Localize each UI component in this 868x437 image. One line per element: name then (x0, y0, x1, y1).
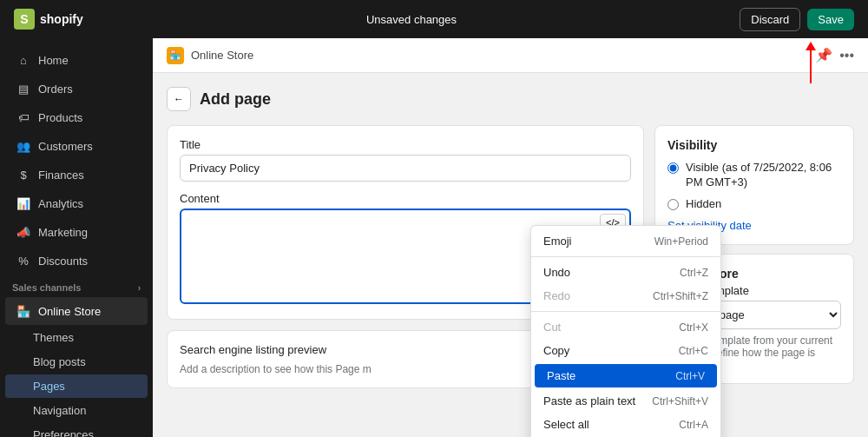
sales-channels-chevron[interactable]: › (138, 283, 141, 293)
sidebar-sub-item-pages[interactable]: Pages (5, 374, 148, 398)
home-icon: ⌂ (16, 52, 31, 68)
sidebar-item-online-store[interactable]: 🏪 Online Store (5, 297, 148, 325)
context-menu: Emoji Win+Period Undo Ctrl+Z Redo Ctrl+S… (530, 225, 721, 437)
ctx-emoji[interactable]: Emoji Win+Period (531, 229, 720, 253)
breadcrumb-icon: 🏪 (167, 47, 184, 64)
visible-radio[interactable] (667, 162, 679, 174)
breadcrumb-text: Online Store (191, 49, 253, 62)
sidebar-item-products[interactable]: 🏷 Products (5, 103, 148, 131)
sidebar-item-orders[interactable]: ▤ Orders (5, 75, 148, 103)
shopify-logo-icon: S (14, 9, 35, 30)
products-icon: 🏷 (16, 109, 31, 125)
sidebar-item-finances[interactable]: $ Finances (5, 161, 148, 189)
sidebar-item-home-label: Home (38, 54, 69, 67)
discard-button[interactable]: Discard (740, 8, 800, 31)
hidden-option: Hidden (667, 197, 841, 212)
breadcrumb-bar: 🏪 Online Store 📌 ••• (153, 38, 868, 73)
analytics-icon: 📊 (16, 195, 31, 211)
main-area: 🏪 Online Store 📌 ••• ← Add page Title (153, 38, 868, 437)
shopify-wordmark: shopify (40, 12, 83, 26)
back-button[interactable]: ← (167, 87, 191, 111)
shopify-logo: S shopify (14, 9, 83, 30)
ctx-copy[interactable]: Copy Ctrl+C (531, 339, 720, 362)
more-options-icon[interactable]: ••• (839, 48, 854, 63)
sidebar-item-online-store-label: Online Store (38, 305, 101, 318)
ctx-paste-plain[interactable]: Paste as plain text Ctrl+Shift+V (531, 389, 720, 413)
visible-label: Visible (as of 7/25/2022, 8:06 PM GMT+3) (686, 161, 841, 190)
visibility-title: Visibility (667, 138, 841, 152)
ctx-redo: Redo Ctrl+Shift+Z (531, 284, 720, 308)
unsaved-changes-label: Unsaved changes (366, 13, 457, 26)
sidebar-item-customers-label: Customers (38, 140, 93, 153)
sidebar-item-products-label: Products (38, 111, 82, 124)
main-layout: ⌂ Home ▤ Orders 🏷 Products 👥 Customers $… (0, 38, 868, 437)
hidden-radio[interactable] (667, 199, 679, 210)
sidebar-item-analytics[interactable]: 📊 Analytics (5, 189, 148, 217)
hidden-label: Hidden (686, 197, 721, 212)
sidebar-item-discounts[interactable]: % Discounts (5, 247, 148, 275)
ctx-cut: Cut Ctrl+X (531, 315, 720, 339)
marketing-icon: 📣 (16, 224, 31, 240)
sidebar-sub-item-preferences[interactable]: Preferences (5, 423, 148, 437)
finances-icon: $ (16, 167, 31, 182)
sales-channels-label: Sales channels › (0, 275, 153, 296)
topbar-actions: Discard Save (740, 8, 854, 31)
sidebar-nav: ⌂ Home ▤ Orders 🏷 Products 👥 Customers $… (0, 38, 153, 437)
content-label: Content (180, 192, 631, 205)
sidebar-item-orders-label: Orders (38, 83, 73, 96)
orders-icon: ▤ (16, 81, 31, 96)
sidebar: ⌂ Home ▤ Orders 🏷 Products 👥 Customers $… (0, 38, 153, 437)
breadcrumb-actions: 📌 ••• (815, 47, 854, 63)
red-arrow-indicator (806, 42, 816, 83)
sidebar-sub-item-themes[interactable]: Themes (5, 326, 148, 349)
sidebar-item-customers[interactable]: 👥 Customers (5, 132, 148, 160)
online-store-icon: 🏪 (16, 303, 31, 319)
title-label: Title (180, 138, 631, 151)
sidebar-item-finances-label: Finances (38, 169, 84, 182)
two-column-layout: Title Content </> Search engine listi (167, 125, 854, 388)
ctx-divider-1 (531, 256, 720, 257)
customers-icon: 👥 (16, 138, 31, 154)
topbar: S shopify Unsaved changes Discard Save (0, 0, 868, 38)
sidebar-item-home[interactable]: ⌂ Home (5, 46, 148, 74)
ctx-paste[interactable]: Paste Ctrl+V (535, 364, 717, 387)
sidebar-item-analytics-label: Analytics (38, 197, 83, 210)
ctx-divider-2 (531, 311, 720, 312)
page-content: ← Add page Title Content </> (153, 73, 868, 437)
save-button[interactable]: Save (807, 9, 854, 30)
pin-icon[interactable]: 📌 (815, 47, 832, 63)
sidebar-item-marketing[interactable]: 📣 Marketing (5, 218, 148, 246)
ctx-select-all[interactable]: Select all Ctrl+A (531, 413, 720, 436)
seo-section-label: Search engine listing preview (180, 343, 326, 356)
sidebar-item-discounts-label: Discounts (38, 255, 88, 268)
page-title: Add page (200, 90, 271, 109)
page-header: ← Add page (167, 87, 854, 111)
sidebar-item-marketing-label: Marketing (38, 226, 88, 239)
ctx-undo[interactable]: Undo Ctrl+Z (531, 261, 720, 284)
visible-option: Visible (as of 7/25/2022, 8:06 PM GMT+3) (667, 161, 841, 190)
arrow-line (810, 49, 812, 83)
topbar-left: S shopify (14, 9, 83, 30)
discounts-icon: % (16, 253, 31, 268)
sidebar-sub-item-blog-posts[interactable]: Blog posts (5, 350, 148, 374)
title-input[interactable] (180, 155, 631, 182)
sidebar-sub-item-navigation[interactable]: Navigation (5, 399, 148, 422)
